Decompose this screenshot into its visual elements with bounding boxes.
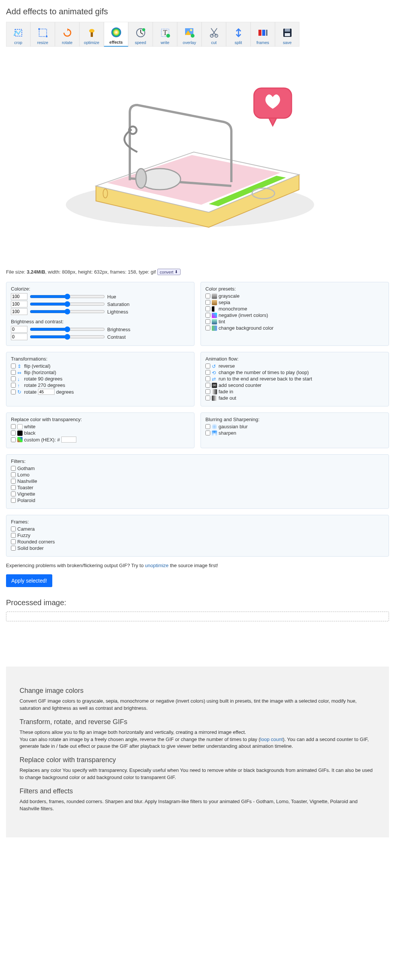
frame-solid[interactable]	[11, 546, 16, 550]
lightness-slider[interactable]	[30, 309, 105, 314]
flow-bounce[interactable]	[205, 376, 210, 381]
help-text: Convert GIF image colors to grayscale, s…	[19, 698, 376, 712]
panel-title: Replace color with transparency:	[11, 417, 190, 422]
tool-save[interactable]: save	[275, 22, 300, 47]
filter-gotham[interactable]	[11, 466, 16, 471]
frame-camera[interactable]	[11, 527, 16, 531]
rotate-90[interactable]	[11, 376, 16, 381]
preset-bgcolor[interactable]	[205, 326, 210, 331]
replace-custom[interactable]	[11, 438, 16, 442]
flip-horizontal[interactable]	[11, 370, 16, 375]
overlay-icon	[184, 27, 196, 39]
help-heading: Change image colors	[19, 687, 376, 695]
processed-output	[6, 612, 389, 621]
preset-monochrome[interactable]	[205, 306, 210, 311]
toolbar: crop resize rotate optimize effects spee…	[6, 22, 389, 47]
rotate-custom[interactable]	[11, 390, 16, 395]
filter-vignette[interactable]	[11, 492, 16, 496]
tool-resize[interactable]: resize	[30, 22, 55, 47]
hue-value[interactable]	[11, 293, 27, 300]
filter-toaster[interactable]	[11, 485, 16, 490]
white-icon	[17, 424, 22, 430]
svg-rect-1	[39, 29, 47, 37]
tool-frames[interactable]: frames	[251, 22, 275, 47]
custom-hex-input[interactable]	[61, 437, 76, 442]
resize-icon	[37, 27, 49, 39]
convert-button[interactable]: convert⬇	[157, 269, 181, 275]
loop-icon: ⟲	[212, 370, 217, 375]
contrast-value[interactable]	[11, 333, 27, 340]
svg-rect-3	[46, 36, 48, 37]
preset-grayscale[interactable]	[205, 294, 210, 298]
presets-panel: Color presets: grayscale sepia monochrom…	[200, 282, 389, 346]
rotate-degrees-input[interactable]	[38, 389, 54, 395]
panel-title: Color presets:	[205, 286, 384, 292]
reverse-icon: ↺	[212, 364, 217, 369]
grayscale-icon	[212, 294, 217, 299]
replace-white[interactable]	[11, 424, 16, 429]
tool-cut[interactable]: cut	[201, 22, 226, 47]
help-text: Replaces any color You specify with tran…	[19, 767, 376, 781]
frame-fuzzy[interactable]	[11, 533, 16, 538]
brightness-slider[interactable]	[30, 327, 105, 332]
filter-lomo[interactable]	[11, 473, 16, 477]
sharpen-icon	[212, 431, 217, 436]
tool-split[interactable]: split	[226, 22, 251, 47]
save-icon	[281, 27, 293, 39]
saturation-value[interactable]	[11, 301, 27, 307]
filter-nashville[interactable]	[11, 479, 16, 484]
tool-speed[interactable]: speed	[128, 22, 153, 47]
flow-reverse[interactable]	[205, 364, 210, 368]
tool-optimize[interactable]: optimize	[79, 22, 104, 47]
apply-button[interactable]: Apply selected!	[6, 574, 52, 587]
rotate-270[interactable]	[11, 383, 16, 388]
fadein-icon	[212, 389, 217, 395]
unoptimize-hint: Experiencing problems with broken/flicke…	[6, 563, 389, 568]
tool-label: effects	[109, 40, 123, 45]
tool-effects[interactable]: effects	[104, 22, 128, 47]
panel-title: Transformations:	[11, 356, 190, 362]
loop-count-link[interactable]: loop count	[260, 737, 283, 742]
tool-write[interactable]: Twrite	[153, 22, 177, 47]
brightness-value[interactable]	[11, 326, 27, 332]
unoptimize-link[interactable]: unoptimize	[145, 563, 168, 568]
flip-vertical[interactable]	[11, 364, 16, 368]
tint-icon	[212, 319, 217, 325]
tool-rotate[interactable]: rotate	[55, 22, 79, 47]
svg-point-6	[111, 27, 121, 37]
tool-label: speed	[135, 40, 146, 45]
image-preview	[6, 65, 389, 254]
gaussian-blur[interactable]	[205, 424, 210, 429]
flow-fadein[interactable]	[205, 389, 210, 394]
tool-label: rotate	[62, 40, 72, 45]
panel-title: Colorize:	[11, 286, 190, 292]
preset-negative[interactable]	[205, 313, 210, 318]
flow-counter[interactable]	[205, 383, 210, 388]
svg-point-8	[142, 28, 145, 31]
rotate-icon	[61, 27, 73, 39]
hue-slider[interactable]	[30, 294, 105, 299]
flow-loop[interactable]	[205, 370, 210, 375]
tool-crop[interactable]: crop	[6, 22, 30, 47]
contrast-slider[interactable]	[30, 334, 105, 339]
rotate-icon: ↻	[17, 389, 22, 395]
svg-rect-22	[285, 33, 290, 36]
lightness-value[interactable]	[11, 308, 27, 315]
sharpen[interactable]	[205, 431, 210, 436]
preset-tint[interactable]	[205, 319, 210, 324]
frame-rounded[interactable]	[11, 539, 16, 544]
preset-sepia[interactable]	[205, 300, 210, 305]
svg-rect-18	[262, 30, 265, 36]
flow-panel: Animation flow: ↺reverse ⟲change the num…	[200, 352, 389, 406]
filter-polaroid[interactable]	[11, 498, 16, 503]
flow-fadeout[interactable]	[205, 396, 210, 401]
saturation-slider[interactable]	[30, 301, 105, 307]
blur-panel: Blurring and Sharpening: gaussian blur s…	[200, 412, 389, 448]
tool-overlay[interactable]: overlay	[177, 22, 201, 47]
bgcolor-icon	[212, 326, 217, 331]
processed-title: Processed image:	[6, 598, 389, 607]
black-icon	[17, 431, 22, 436]
replace-black[interactable]	[11, 431, 16, 436]
tool-label: optimize	[84, 40, 99, 45]
help-section: Change image colors Convert GIF image co…	[6, 667, 389, 837]
